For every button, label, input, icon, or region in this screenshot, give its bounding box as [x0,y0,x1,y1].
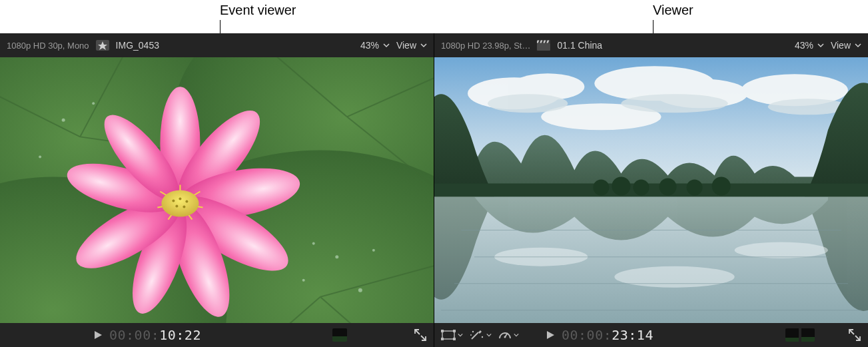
format-text: 1080p HD 30p, Mono [7,41,89,51]
view-dropdown[interactable]: View [831,40,861,51]
transform-tool[interactable] [441,330,463,340]
event-viewer-bottombar: 00:00:10:22 [0,323,434,347]
svg-point-65 [659,178,677,195]
annotation-labels: Event viewer Viewer [0,0,868,33]
svg-point-71 [735,242,828,258]
svg-point-39 [172,200,175,202]
effects-tool[interactable] [470,329,492,341]
fullscreen-button[interactable] [414,328,427,342]
svg-point-86 [504,336,506,338]
event-viewer-label: Event viewer [220,3,296,18]
chevron-down-icon [420,42,427,49]
svg-point-66 [687,179,703,195]
svg-rect-45 [537,43,550,51]
format-text: 1080p HD 23.98p, St… [441,41,530,51]
svg-point-64 [633,179,649,195]
retime-tool[interactable] [498,329,519,341]
clapper-icon [537,40,550,51]
zoom-dropdown[interactable]: 43% [360,40,390,51]
svg-point-70 [614,266,734,288]
svg-rect-76 [442,331,454,339]
svg-point-63 [612,176,630,195]
svg-point-12 [372,249,375,252]
chevron-down-icon [383,42,390,49]
play-button[interactable] [93,330,103,340]
svg-rect-80 [453,338,456,340]
svg-point-14 [92,102,95,105]
event-viewer-canvas[interactable] [0,57,434,323]
svg-point-58 [488,94,568,113]
svg-point-40 [179,198,181,200]
audio-meter [332,328,347,342]
svg-point-41 [185,200,188,203]
svg-point-84 [470,334,472,336]
svg-marker-44 [95,331,102,339]
chevron-down-icon [817,42,824,49]
clip-name: 01.1 China [557,40,602,51]
event-viewer-topbar: 1080p HD 30p, Mono IMG_0453 43% View [0,33,434,57]
view-dropdown[interactable]: View [396,40,427,51]
svg-rect-61 [434,183,868,198]
svg-point-9 [335,255,338,258]
svg-point-62 [593,179,609,195]
svg-marker-81 [478,330,482,334]
svg-point-43 [183,206,185,208]
svg-point-67 [712,176,731,195]
svg-point-8 [302,279,305,282]
svg-point-38 [161,190,199,217]
svg-rect-77 [441,330,444,332]
svg-point-11 [312,242,315,245]
svg-point-59 [621,94,727,113]
timecode-display[interactable]: 00:00:10:22 [109,327,201,343]
fullscreen-button[interactable] [848,328,861,342]
timecode-display[interactable]: 00:00:23:14 [562,327,653,343]
svg-point-42 [175,205,178,208]
svg-rect-79 [441,338,444,340]
svg-point-82 [472,331,474,332]
viewer-bottombar: 00:00:23:14 [434,323,868,347]
svg-point-10 [358,288,362,292]
star-icon [96,40,109,51]
chevron-down-icon [855,42,861,49]
zoom-dropdown[interactable]: 43% [795,40,824,51]
svg-rect-78 [453,330,456,332]
svg-marker-87 [547,331,554,339]
viewer-panel: 1080p HD 23.98p, St… 01.1 China 43% View [434,33,868,347]
audio-meter [785,328,815,342]
svg-point-13 [62,119,65,122]
viewer-canvas[interactable] [434,57,868,323]
clip-name: IMG_0453 [116,40,159,51]
viewer-label: Viewer [653,3,693,18]
svg-point-83 [482,336,483,338]
event-viewer-panel: 1080p HD 30p, Mono IMG_0453 43% View [0,33,434,347]
play-button[interactable] [546,330,555,340]
viewer-topbar: 1080p HD 23.98p, St… 01.1 China 43% View [434,33,868,57]
svg-point-15 [39,155,41,158]
